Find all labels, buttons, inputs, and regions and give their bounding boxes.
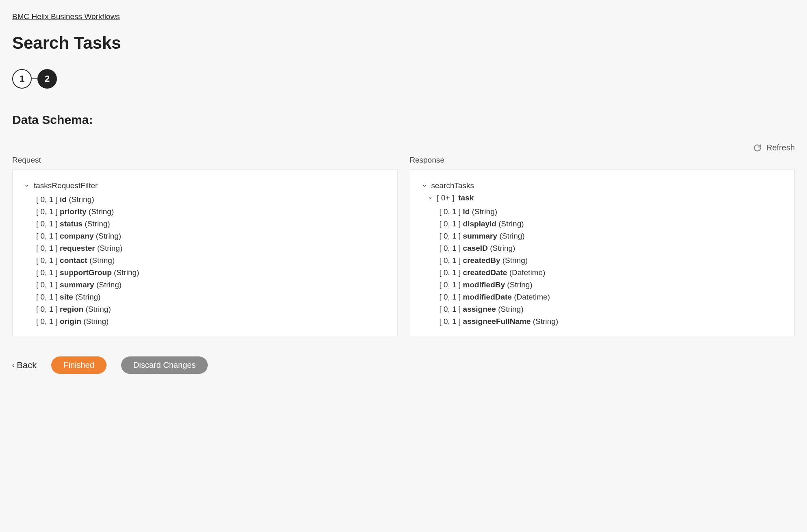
field-cardinality: [ 0, 1 ]: [36, 293, 60, 301]
field-item[interactable]: [ 0, 1 ] region (String): [36, 303, 386, 315]
field-name: displayId: [463, 219, 499, 228]
field-type: (String): [83, 317, 109, 326]
refresh-label: Refresh: [766, 143, 795, 152]
response-panel: searchTasks [ 0+ ] task [ 0, 1 ] id (Str…: [410, 169, 795, 336]
field-type: (String): [89, 256, 115, 265]
field-type: (String): [498, 305, 523, 313]
footer: ‹ Back Finished Discard Changes: [12, 356, 795, 374]
back-label: Back: [17, 360, 37, 371]
field-type: (String): [507, 280, 532, 289]
response-root-label: searchTasks: [431, 181, 474, 190]
field-name: priority: [60, 207, 89, 216]
field-cardinality: [ 0, 1 ]: [36, 219, 60, 228]
request-panel: tasksRequestFilter [ 0, 1 ] id (String)[…: [12, 169, 398, 336]
field-item[interactable]: [ 0, 1 ] id (String): [439, 206, 783, 218]
field-cardinality: [ 0, 1 ]: [439, 280, 463, 289]
response-column: Response searchTasks [ 0+ ] task [ 0, 1 …: [410, 156, 795, 336]
step-2-active[interactable]: 2: [37, 69, 57, 89]
field-item[interactable]: [ 0, 1 ] priority (String): [36, 206, 386, 218]
field-item[interactable]: [ 0, 1 ] displayId (String): [439, 218, 783, 230]
field-item[interactable]: [ 0, 1 ] company (String): [36, 230, 386, 242]
field-item[interactable]: [ 0, 1 ] summary (String): [36, 279, 386, 291]
field-item[interactable]: [ 0, 1 ] site (String): [36, 291, 386, 303]
field-cardinality: [ 0, 1 ]: [439, 317, 463, 326]
step-1[interactable]: 1: [12, 69, 32, 89]
back-button[interactable]: ‹ Back: [12, 360, 37, 371]
field-name: id: [60, 195, 69, 204]
field-type: (String): [502, 256, 528, 265]
refresh-button[interactable]: Refresh: [12, 143, 795, 152]
columns: Request tasksRequestFilter [ 0, 1 ] id (…: [12, 156, 795, 336]
field-item[interactable]: [ 0, 1 ] caseID (String): [439, 242, 783, 254]
field-item[interactable]: [ 0, 1 ] origin (String): [36, 315, 386, 328]
field-type: (String): [498, 219, 524, 228]
field-cardinality: [ 0, 1 ]: [36, 317, 60, 326]
field-cardinality: [ 0, 1 ]: [36, 268, 60, 277]
field-cardinality: [ 0, 1 ]: [439, 293, 463, 301]
field-cardinality: [ 0, 1 ]: [36, 244, 60, 252]
field-name: modifiedDate: [463, 293, 514, 301]
field-item[interactable]: [ 0, 1 ] status (String): [36, 218, 386, 230]
field-name: requester: [60, 244, 97, 252]
field-cardinality: [ 0, 1 ]: [36, 256, 60, 265]
field-item[interactable]: [ 0, 1 ] assigneeFullName (String): [439, 315, 783, 328]
breadcrumb[interactable]: BMC Helix Business Workflows: [12, 12, 120, 21]
field-cardinality: [ 0, 1 ]: [439, 207, 463, 216]
response-label: Response: [410, 156, 795, 165]
field-type: (String): [96, 280, 122, 289]
field-item[interactable]: [ 0, 1 ] modifiedDate (Datetime): [439, 291, 783, 303]
field-type: (Datetime): [514, 293, 550, 301]
field-type: (String): [85, 305, 111, 313]
refresh-icon: [753, 144, 761, 152]
field-name: id: [463, 207, 472, 216]
field-item[interactable]: [ 0, 1 ] createdBy (String): [439, 254, 783, 267]
field-item[interactable]: [ 0, 1 ] requester (String): [36, 242, 386, 254]
field-name: modifiedBy: [463, 280, 507, 289]
field-item[interactable]: [ 0, 1 ] id (String): [36, 193, 386, 206]
discard-changes-button[interactable]: Discard Changes: [121, 356, 208, 374]
finished-button[interactable]: Finished: [51, 356, 107, 374]
response-child-node[interactable]: [ 0+ ] task: [427, 193, 783, 202]
field-item[interactable]: [ 0, 1 ] contact (String): [36, 254, 386, 267]
field-type: (String): [89, 207, 114, 216]
field-item[interactable]: [ 0, 1 ] summary (String): [439, 230, 783, 242]
field-item[interactable]: [ 0, 1 ] assignee (String): [439, 303, 783, 315]
field-name: supportGroup: [60, 268, 114, 277]
request-field-list: [ 0, 1 ] id (String)[ 0, 1 ] priority (S…: [36, 193, 386, 328]
chevron-down-icon: [422, 183, 427, 188]
field-type: (String): [114, 268, 139, 277]
field-cardinality: [ 0, 1 ]: [36, 305, 60, 313]
field-item[interactable]: [ 0, 1 ] createdDate (Datetime): [439, 267, 783, 279]
field-cardinality: [ 0, 1 ]: [439, 268, 463, 277]
page-title: Search Tasks: [12, 33, 795, 53]
field-type: (String): [69, 195, 94, 204]
field-cardinality: [ 0, 1 ]: [36, 280, 60, 289]
field-item[interactable]: [ 0, 1 ] supportGroup (String): [36, 267, 386, 279]
field-cardinality: [ 0, 1 ]: [439, 219, 463, 228]
response-root-node[interactable]: searchTasks: [422, 181, 783, 190]
field-cardinality: [ 0, 1 ]: [36, 195, 60, 204]
stepper: 1 2: [12, 69, 795, 89]
response-child-card: [ 0+ ]: [437, 193, 455, 202]
field-item[interactable]: [ 0, 1 ] modifiedBy (String): [439, 279, 783, 291]
field-name: createdDate: [463, 268, 509, 277]
field-type: (String): [96, 232, 121, 240]
request-root-node[interactable]: tasksRequestFilter: [24, 181, 386, 190]
field-type: (String): [490, 244, 515, 252]
field-name: summary: [463, 232, 500, 240]
field-name: caseID: [463, 244, 490, 252]
field-cardinality: [ 0, 1 ]: [439, 244, 463, 252]
field-cardinality: [ 0, 1 ]: [36, 232, 60, 240]
chevron-down-icon: [427, 195, 433, 200]
field-name: origin: [60, 317, 83, 326]
field-name: contact: [60, 256, 89, 265]
section-title: Data Schema:: [12, 113, 795, 127]
chevron-left-icon: ‹: [12, 362, 14, 369]
field-type: (String): [97, 244, 122, 252]
field-name: summary: [60, 280, 96, 289]
request-column: Request tasksRequestFilter [ 0, 1 ] id (…: [12, 156, 398, 336]
field-type: (String): [499, 232, 524, 240]
field-name: region: [60, 305, 85, 313]
field-type: (String): [472, 207, 497, 216]
response-field-list: [ 0, 1 ] id (String)[ 0, 1 ] displayId (…: [439, 206, 783, 328]
